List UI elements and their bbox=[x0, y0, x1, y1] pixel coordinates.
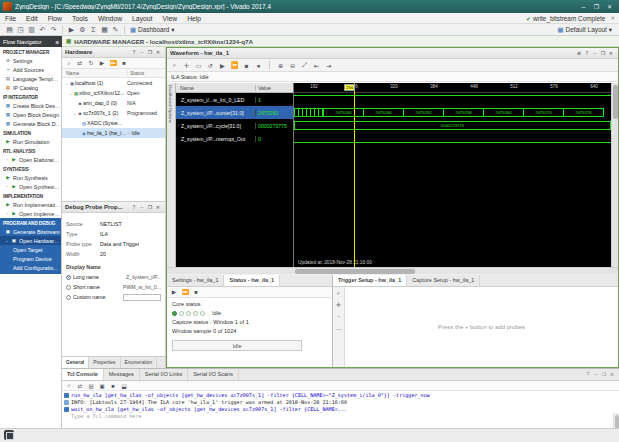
expander-icon[interactable]: › bbox=[5, 184, 9, 189]
copy-icon[interactable]: ▤ bbox=[87, 383, 95, 389]
radio-short-name[interactable]: Short namePWM_w_Int_0... bbox=[62, 282, 165, 292]
scrollbar-thumb[interactable] bbox=[613, 85, 618, 119]
sidebar-item-run-synthesis[interactable]: ▶Run Synthesis bbox=[0, 173, 61, 182]
tab-enumeration[interactable]: Enumeration bbox=[121, 357, 158, 368]
expander-icon[interactable]: ⌄ bbox=[5, 238, 9, 243]
close-button[interactable]: ✕ bbox=[603, 3, 616, 10]
stop-icon[interactable]: ■ bbox=[242, 62, 251, 69]
minimize-panel-icon[interactable]: ─ bbox=[591, 51, 599, 56]
wrap-icon[interactable]: ⬓ bbox=[120, 383, 128, 389]
maximize-button[interactable]: ❐ bbox=[590, 3, 603, 10]
add-probe-icon[interactable]: ✛ bbox=[334, 301, 344, 308]
waveform-plot-area[interactable]: 192 256 320 384 448 512 576 640 256 bbox=[294, 83, 611, 267]
search-icon[interactable]: ⌕ bbox=[334, 290, 344, 297]
sidebar-item-run-simulation[interactable]: ▶Run Simulation bbox=[0, 137, 61, 146]
undo-icon[interactable]: ↶ bbox=[37, 26, 48, 34]
table-row-localhost[interactable]: ⌄▣localhost (1)Connected bbox=[62, 78, 165, 88]
gear-icon[interactable]: ⚙ bbox=[575, 51, 583, 56]
collapse-icon[interactable]: ▣ bbox=[98, 383, 106, 389]
sidebar-item-settings[interactable]: ⚙Settings bbox=[0, 56, 61, 65]
minimize-button[interactable]: ─ bbox=[577, 4, 590, 10]
close-panel-icon[interactable]: ✕ bbox=[608, 372, 616, 377]
tab-settings[interactable]: Settings - hw_ila_1 bbox=[167, 275, 224, 286]
sidebar-item-open-target[interactable]: Open Target bbox=[0, 245, 61, 254]
go-to-start-icon[interactable]: ⇤ bbox=[312, 62, 321, 69]
run-trigger-icon[interactable]: ▶ bbox=[98, 60, 106, 66]
new-file-icon[interactable]: ▤ bbox=[4, 26, 15, 34]
select-icon[interactable]: ▭ bbox=[194, 62, 203, 69]
run-immediate-icon[interactable]: ⏩ bbox=[181, 289, 189, 295]
table-row-arm-dap[interactable]: ◆arm_dap_0 (0)N/A bbox=[62, 98, 165, 108]
table-row-target[interactable]: ⌄▦xilinx_tcf/Xilinx/12...Open bbox=[62, 88, 165, 98]
tab-general[interactable]: General bbox=[62, 357, 89, 368]
sidebar-item-add-sources[interactable]: ＋Add Sources bbox=[0, 65, 61, 74]
sidebar-item-open-hardware-manager[interactable]: ⌄▣Open Hardware Man... bbox=[0, 236, 61, 245]
settings-toolbar-icon[interactable]: ⚙ bbox=[77, 26, 88, 34]
close-panel-icon[interactable]: ✕ bbox=[154, 205, 162, 210]
expander-icon[interactable]: › bbox=[5, 211, 9, 216]
search-icon[interactable]: ⌕ bbox=[65, 60, 73, 67]
dashboard-dropdown[interactable]: ▦ Dashboard ▾ bbox=[130, 26, 175, 34]
tab-trigger-setup[interactable]: Trigger Setup - hw_ila_1 bbox=[333, 275, 407, 286]
radio-custom-name[interactable]: Custom name bbox=[62, 292, 165, 302]
search-icon[interactable]: ⌕ bbox=[65, 382, 73, 389]
stop-icon[interactable]: ■ bbox=[120, 60, 128, 66]
search-icon[interactable]: ⌕ bbox=[170, 61, 179, 69]
help-icon[interactable]: ? bbox=[130, 205, 138, 210]
sidebar-item-open-block-design[interactable]: ▦Open Block Design bbox=[0, 110, 61, 119]
sidebar-item-create-block-design[interactable]: ▦Create Block Design bbox=[0, 101, 61, 110]
more-icon[interactable]: ⋯ bbox=[334, 325, 344, 332]
console-input-line[interactable]: Type a Tcl command here bbox=[62, 413, 619, 420]
help-icon[interactable]: ? bbox=[583, 51, 591, 56]
signal-row-cycle[interactable]: ›Z_system_i/P...cycle[31:0]0000273775 bbox=[176, 119, 293, 132]
remove-probe-icon[interactable]: － bbox=[334, 312, 344, 321]
radio-icon[interactable] bbox=[66, 295, 71, 300]
run-trigger-icon[interactable]: ▶ bbox=[170, 289, 178, 295]
waveform-cursor[interactable] bbox=[354, 83, 355, 267]
tab-messages[interactable]: Messages bbox=[104, 369, 140, 380]
sidebar-item-language-templates[interactable]: ▤Language Templates bbox=[0, 74, 61, 83]
signal-row-led[interactable]: Z_system_i/...w_Int_0_LED1 bbox=[176, 93, 293, 106]
custom-name-input[interactable] bbox=[123, 294, 161, 301]
go-to-end-icon[interactable]: ⇥ bbox=[324, 62, 333, 69]
sidebar-item-open-implemented[interactable]: ›▶Open Implemented D... bbox=[0, 209, 61, 218]
report-icon[interactable]: Σ bbox=[88, 26, 99, 33]
scroll-lock-icon[interactable]: ⇄ bbox=[76, 383, 84, 389]
menu-edit[interactable]: Edit bbox=[21, 13, 43, 24]
edit-icon[interactable]: ✎ bbox=[110, 26, 121, 34]
scrollbar-thumb[interactable] bbox=[615, 415, 619, 428]
float-panel-icon[interactable]: ❐ bbox=[600, 372, 608, 377]
menu-window[interactable]: Window bbox=[93, 13, 127, 24]
menu-tools[interactable]: Tools bbox=[67, 13, 93, 24]
expander-icon[interactable]: › bbox=[5, 157, 9, 162]
float-panel-icon[interactable]: ❐ bbox=[146, 205, 154, 210]
run-immediate-icon[interactable]: ⏩ bbox=[230, 61, 239, 69]
signal-row-interrupt[interactable]: Z_system_i/P...nterrupt_Out0 bbox=[176, 132, 293, 145]
redo-icon[interactable]: ↷ bbox=[48, 26, 59, 34]
minimize-panel-icon[interactable]: ─ bbox=[592, 372, 600, 377]
radio-icon[interactable] bbox=[66, 275, 71, 280]
background-tasks-icon[interactable] bbox=[4, 430, 14, 440]
sidebar-item-generate-block-design[interactable]: ▦Generate Block Desi... bbox=[0, 119, 61, 128]
sidebar-item-add-configuration[interactable]: Add Configuratio... bbox=[0, 263, 61, 272]
sidebar-item-ip-catalog[interactable]: ▦IP Catalog bbox=[0, 83, 61, 92]
reset-icon[interactable]: ↺ bbox=[206, 62, 215, 69]
close-panel-icon[interactable]: ✕ bbox=[607, 51, 615, 56]
sidebar-item-generate-bitstream[interactable]: ▣Generate Bitstream bbox=[0, 227, 61, 236]
stop-icon[interactable]: ■ bbox=[192, 289, 200, 295]
sidebar-item-program-device[interactable]: Program Device bbox=[0, 254, 61, 263]
run-icon[interactable]: ▶ bbox=[66, 26, 77, 34]
table-row-xadc[interactable]: ▨XADC (System M... bbox=[62, 118, 165, 128]
hamburger-icon[interactable]: ≡ bbox=[56, 39, 59, 45]
sidebar-item-open-elaborated[interactable]: ›▶Open Elaborated Des... bbox=[0, 155, 61, 164]
radio-long-name[interactable]: Long nameZ_system_i/P... bbox=[62, 272, 165, 282]
tab-capture-setup[interactable]: Capture Setup - hw_ila_1 bbox=[407, 275, 480, 286]
console-output[interactable]: run_hw_ila [get_hw_ilas -of_objects [get… bbox=[62, 391, 619, 428]
save-icon[interactable]: ▥ bbox=[26, 26, 37, 34]
signal-row-counter[interactable]: ›Z_system_i/P...ounter[31:0]2475260 bbox=[176, 106, 293, 119]
table-row-hw-ila[interactable]: ◉hw_ila_1 (hw_ila...◌ Idle bbox=[62, 128, 165, 138]
tab-serial-io-links[interactable]: Serial I/O Links bbox=[140, 369, 188, 380]
zoom-fit-icon[interactable]: ⤢ bbox=[300, 61, 309, 69]
tab-status[interactable]: Status - hw_ila_1 bbox=[224, 275, 280, 286]
menu-flow[interactable]: Flow bbox=[43, 13, 67, 24]
